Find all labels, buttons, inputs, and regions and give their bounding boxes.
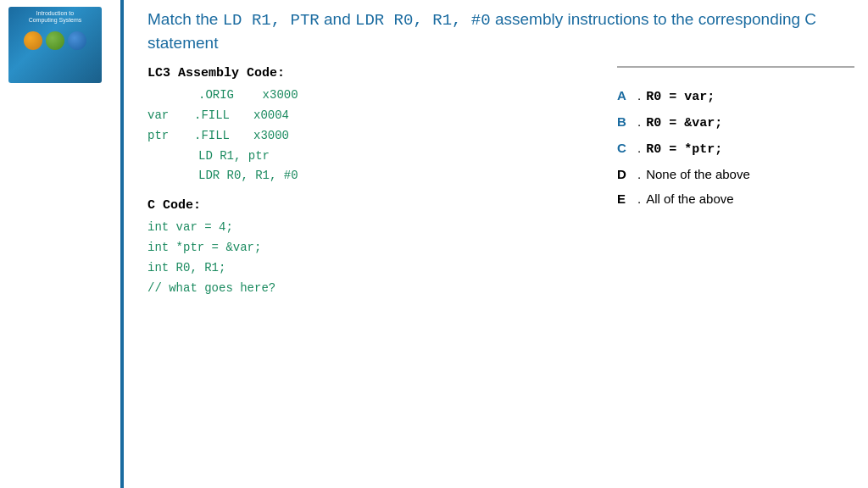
c-line-2: int *ptr = &var; [147,238,600,258]
answer-c[interactable]: C . R0 = *ptr; [617,141,854,157]
answer-letter-c: C [617,141,637,155]
answer-dot-c: . [637,141,641,155]
answer-b[interactable]: B . R0 = &var; [617,114,854,130]
c-line-3: int R0, R1; [147,258,600,279]
asm-instr-2: .FILL [194,106,253,126]
horizontal-divider [617,66,854,68]
asm-line-2: var .FILL x0004 [147,106,600,126]
assembly-section: LC3 Assembly Code: .ORIG x3000 var .FILL… [147,66,600,186]
asm-label-3: ptr [147,126,194,147]
answer-a[interactable]: A . R0 = var; [617,88,854,104]
code-section: LC3 Assembly Code: .ORIG x3000 var .FILL… [147,66,600,480]
answers-section: A . R0 = var; B . R0 = &var; C . R0 = *p… [600,66,854,480]
circle-orange [24,31,42,50]
answer-text-a: R0 = var; [646,90,715,104]
circle-green [46,31,64,50]
asm-line-4: LD R1, ptr [147,147,600,167]
answer-d[interactable]: D . None of the above [617,167,854,181]
c-code-heading: C Code: [147,198,600,213]
answer-text-e: All of the above [646,191,733,206]
instruction2-text: LDR R0, R1, #0 [355,11,491,30]
instruction1-text: LD R1, PTR [223,11,320,30]
question-prefix: Match the [147,10,223,28]
assembly-code: .ORIG x3000 var .FILL x0004 ptr .FILL x3… [147,86,600,186]
answer-dot-e: . [637,191,641,206]
answer-letter-b: B [617,114,637,129]
asm-instr-1: .ORIG x3000 [198,86,298,106]
c-code-section: C Code: int var = 4; int *ptr = &var; in… [147,198,600,298]
answer-e[interactable]: E . All of the above [617,191,854,206]
answer-dot-b: . [637,114,641,129]
assembly-heading: LC3 Assembly Code: [147,66,600,80]
c-code-block: int var = 4; int *ptr = &var; int R0, R1… [147,218,600,298]
answer-text-b: R0 = &var; [646,116,722,130]
book-title: Introduction to Computing Systems [29,10,82,25]
c-line-4: // what goes here? [147,279,600,299]
answer-letter-a: A [617,88,637,103]
book-cover: Introduction to Computing Systems [8,7,102,83]
asm-arg-2: x0004 [253,106,289,126]
asm-arg-3: x3000 [253,126,289,147]
main-content: Match the LD R1, PTR and LDR R0, R1, #0 … [134,0,868,488]
book-decoration [24,31,86,50]
left-sidebar: Introduction to Computing Systems [0,0,110,488]
asm-instr-5: LDR R0, R1, #0 [198,166,298,186]
answer-letter-e: E [617,191,637,206]
asm-line-5: LDR R0, R1, #0 [147,166,600,186]
answer-letter-d: D [617,167,637,181]
asm-instr-4: LD R1, ptr [198,147,270,167]
asm-label-2: var [147,106,194,126]
asm-line-3: ptr .FILL x3000 [147,126,600,147]
answer-dot-a: . [637,88,641,103]
c-line-1: int var = 4; [147,218,600,238]
content-row: LC3 Assembly Code: .ORIG x3000 var .FILL… [147,66,854,480]
answer-dot-d: . [637,167,641,181]
answer-text-c: R0 = *ptr; [646,142,722,157]
and-text: and [320,10,355,28]
question-title: Match the LD R1, PTR and LDR R0, R1, #0 … [147,8,854,54]
circle-blue [68,31,86,50]
asm-instr-3: .FILL [194,126,253,147]
asm-line-1: .ORIG x3000 [147,86,600,106]
vertical-divider [120,0,124,488]
answer-text-d: None of the above [646,167,750,181]
